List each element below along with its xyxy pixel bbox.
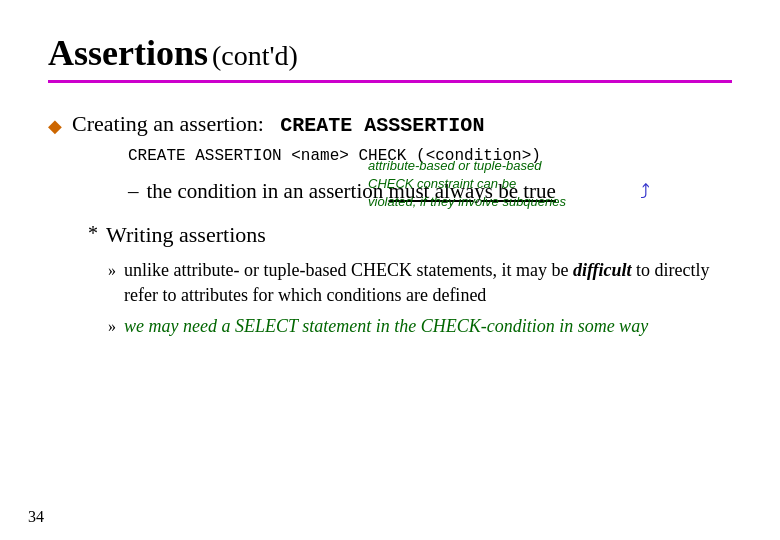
annotation-area: – the condition in an assertion must alw… [88, 179, 732, 204]
writing-assertions-label: Writing assertions [106, 222, 266, 248]
annotation-text: attribute-based or tuple-based CHECK con… [368, 157, 568, 212]
bullet-main-1: ◆ Creating an assertion: CREATE ASSSERTI… [48, 111, 732, 137]
chevron-icon-1: » [108, 260, 116, 282]
sub-sub-text-1-italic-bold: difficult [573, 260, 632, 280]
bullet-section-1: ◆ Creating an assertion: CREATE ASSSERTI… [48, 111, 732, 204]
sub-sub-text-2: we may need a SELECT statement in the CH… [124, 314, 648, 339]
star-bullet: * Writing assertions [88, 222, 732, 248]
sub-sub-text-1: unlike attribute- or tuple-based CHECK s… [124, 258, 732, 308]
bullet1-text: Creating an assertion: CREATE ASSSERTION [72, 111, 484, 137]
sub-bullet-text-before: the condition in an assertion [147, 179, 389, 203]
sub-sub-text-1-normal: unlike attribute- or tuple-based CHECK s… [124, 260, 573, 280]
sub-sub-item-2: » we may need a SELECT statement in the … [108, 314, 732, 339]
page-number: 34 [28, 508, 44, 526]
dash-icon: – [128, 179, 139, 204]
bullet1-text-before: Creating an assertion: [72, 111, 264, 136]
curved-arrow-icon: ⤴ [640, 180, 650, 203]
sub-sub-bullets: » unlike attribute- or tuple-based CHECK… [108, 258, 732, 340]
slide-title-contd: (cont'd) [212, 40, 298, 71]
diamond-icon: ◆ [48, 115, 62, 137]
chevron-icon-2: » [108, 316, 116, 338]
sub-sub-item-1: » unlike attribute- or tuple-based CHECK… [108, 258, 732, 308]
slide-header: Assertions (cont'd) [48, 32, 732, 83]
slide-container: Assertions (cont'd) ◆ Creating an assert… [0, 0, 780, 540]
star-icon: * [88, 222, 98, 245]
create-keyword: CREATE ASSSERTION [280, 114, 484, 137]
slide-title: Assertions [48, 33, 208, 73]
bullet-section-2: * Writing assertions » unlike attribute-… [48, 222, 732, 340]
